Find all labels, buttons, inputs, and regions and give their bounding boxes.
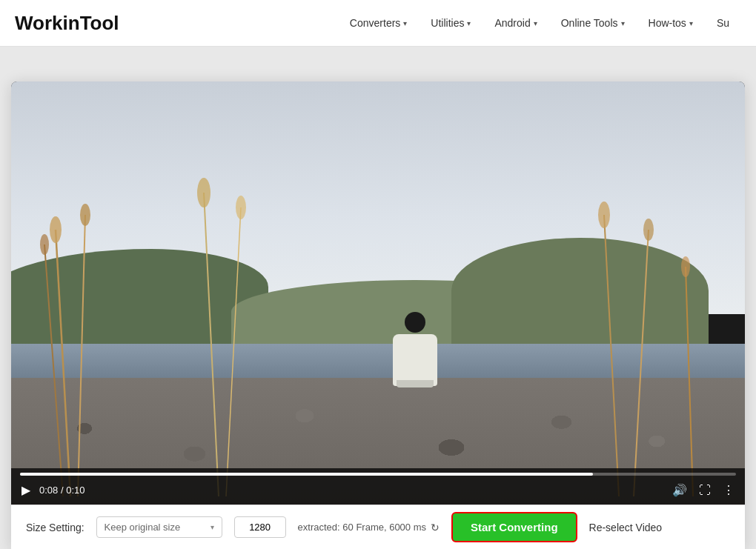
progress-bar[interactable] (20, 473, 736, 476)
extracted-info-text: extracted: 60 Frame, 6000 ms (298, 522, 426, 533)
fullscreen-button[interactable]: ⛶ (697, 482, 712, 499)
person-figure (393, 312, 437, 386)
nav-label-how-tos: How-tos (649, 17, 686, 29)
progress-fill (20, 473, 593, 476)
video-scene (11, 81, 745, 505)
controls-row: ▶ 0:08 / 0:10 🔊 ⛶ ⋮ (20, 482, 736, 499)
nav-label-su: Su (717, 17, 729, 29)
nav-label-utilities: Utilities (431, 17, 464, 29)
video-controls-bar: ▶ 0:08 / 0:10 🔊 ⛶ ⋮ (11, 468, 745, 505)
total-time: 0:10 (66, 485, 84, 496)
current-time: 0:08 (39, 485, 58, 496)
controls-right: 🔊 ⛶ ⋮ (671, 482, 736, 499)
volume-button[interactable]: 🔊 (671, 482, 689, 499)
chevron-down-icon: ▾ (534, 19, 537, 27)
size-setting-dropdown[interactable]: Keep original size ▾ (96, 516, 222, 538)
time-display: 0:08 / 0:10 (39, 485, 84, 496)
play-button[interactable]: ▶ (20, 482, 32, 499)
dropdown-chevron-icon: ▾ (210, 523, 214, 531)
chevron-down-icon: ▾ (467, 19, 471, 27)
nav-item-how-tos[interactable]: How-tos ▾ (637, 0, 705, 47)
video-area: ▶ 0:08 / 0:10 🔊 ⛶ ⋮ (11, 81, 745, 505)
start-converting-button[interactable]: Start Converting (451, 512, 577, 542)
hill-left (11, 249, 268, 344)
reselect-video-button[interactable]: Re-select Video (589, 522, 663, 533)
person-head (405, 312, 425, 333)
extracted-info: extracted: 60 Frame, 6000 ms ↻ (298, 522, 440, 533)
nav-item-utilities[interactable]: Utilities ▾ (419, 0, 483, 47)
person-body (393, 334, 437, 386)
nav-item-android[interactable]: Android ▾ (483, 0, 548, 47)
video-editor-modal: ▶ 0:08 / 0:10 🔊 ⛶ ⋮ Size Setting: Keep o… (11, 81, 745, 549)
logo: WorkinTool (15, 12, 119, 35)
refresh-icon[interactable]: ↻ (431, 522, 440, 533)
bottom-toolbar: Size Setting: Keep original size ▾ extra… (11, 505, 745, 549)
size-setting-label: Size Setting: (26, 522, 84, 533)
more-options-button[interactable]: ⋮ (721, 482, 736, 499)
chevron-down-icon: ▾ (621, 19, 625, 27)
nav-item-su[interactable]: Su (705, 0, 741, 47)
header: WorkinTool Converters ▾ Utilities ▾ Andr… (0, 0, 756, 47)
hill-right (451, 238, 709, 344)
hills-bg (11, 238, 745, 344)
size-option-text: Keep original size (105, 522, 205, 533)
width-input[interactable] (234, 516, 286, 538)
nav-label-android: Android (494, 17, 530, 29)
nav-label-online-tools: Online Tools (561, 17, 618, 29)
nav-label-converters: Converters (350, 17, 400, 29)
nav: Converters ▾ Utilities ▾ Android ▾ Onlin… (338, 0, 741, 47)
chevron-down-icon: ▾ (689, 19, 693, 27)
nav-item-converters[interactable]: Converters ▾ (338, 0, 419, 47)
nav-item-online-tools[interactable]: Online Tools ▾ (549, 0, 637, 47)
chevron-down-icon: ▾ (403, 19, 407, 27)
